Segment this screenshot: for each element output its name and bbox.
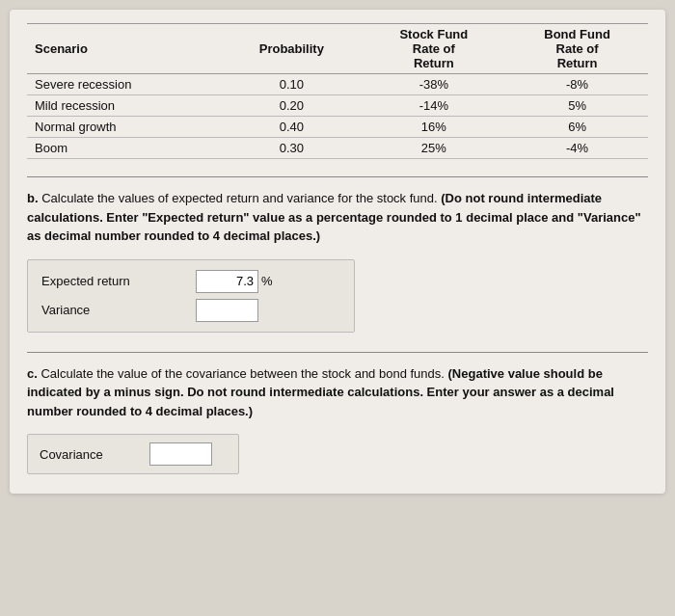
section-c-text: c. Calculate the value of the covariance…: [27, 364, 648, 421]
col-header-stock-fund: Stock Fund Rate of Return: [362, 24, 507, 74]
cell-probability: 0.20: [222, 95, 361, 117]
scenario-table: Scenario Probability Stock Fund Rate of …: [27, 23, 648, 159]
expected-return-label: Expected return: [41, 274, 196, 288]
section-b-label: b.: [27, 191, 39, 205]
pct-symbol: %: [261, 274, 273, 288]
col-header-bond-fund: Bond Fund Rate of Return: [506, 24, 648, 74]
cell-scenario: Mild recession: [27, 95, 222, 117]
table-row: Mild recession0.20-14%5%: [27, 95, 648, 117]
bond-fund-line3: Return: [557, 56, 598, 70]
cell-stock-return: 25%: [362, 138, 507, 159]
cell-scenario: Normal growth: [27, 117, 222, 138]
stock-fund-line3: Return: [414, 56, 454, 70]
table-row: Severe recession0.10-38%-8%: [27, 74, 648, 95]
cell-probability: 0.30: [222, 138, 361, 159]
cell-stock-return: 16%: [362, 117, 507, 138]
section-b-input-card: Expected return % Variance: [27, 259, 355, 333]
covariance-input[interactable]: [149, 442, 212, 466]
cell-bond-return: -8%: [506, 74, 648, 95]
section-b: b. Calculate the values of expected retu…: [27, 189, 648, 333]
table-row: Normal growth0.4016%6%: [27, 117, 648, 138]
cell-probability: 0.10: [222, 74, 361, 95]
section-c: c. Calculate the value of the covariance…: [27, 364, 648, 475]
bond-fund-line1: Bond Fund: [544, 27, 610, 41]
variance-field-container: [196, 299, 258, 322]
col-header-probability: Probability: [222, 24, 361, 74]
cell-stock-return: -14%: [362, 95, 507, 117]
section-c-label: c.: [27, 366, 38, 381]
cell-stock-return: -38%: [362, 74, 507, 95]
stock-fund-line1: Stock Fund: [399, 27, 468, 41]
variance-row: Variance: [41, 299, 340, 322]
main-card: Scenario Probability Stock Fund Rate of …: [10, 10, 665, 494]
expected-return-row: Expected return %: [41, 270, 340, 293]
bond-fund-line2: Rate of: [556, 41, 599, 56]
variance-input[interactable]: [196, 299, 258, 322]
table-section: Scenario Probability Stock Fund Rate of …: [27, 23, 648, 159]
section-divider-b: [27, 176, 648, 177]
col-header-scenario: Scenario: [27, 24, 222, 74]
expected-return-field-container: %: [196, 270, 273, 293]
expected-return-input[interactable]: [196, 270, 258, 293]
covariance-card: Covariance: [27, 434, 239, 474]
cell-scenario: Boom: [27, 138, 222, 159]
cell-scenario: Severe recession: [27, 74, 222, 95]
cell-bond-return: -4%: [506, 138, 648, 159]
covariance-label: Covariance: [40, 447, 136, 462]
section-b-text: b. Calculate the values of expected retu…: [27, 189, 648, 246]
cell-probability: 0.40: [222, 117, 361, 138]
cell-bond-return: 6%: [506, 117, 648, 138]
variance-label: Variance: [41, 303, 196, 317]
stock-fund-line2: Rate of: [413, 41, 455, 56]
section-divider-c: [27, 352, 648, 353]
table-row: Boom0.3025%-4%: [27, 138, 648, 159]
cell-bond-return: 5%: [506, 95, 648, 117]
